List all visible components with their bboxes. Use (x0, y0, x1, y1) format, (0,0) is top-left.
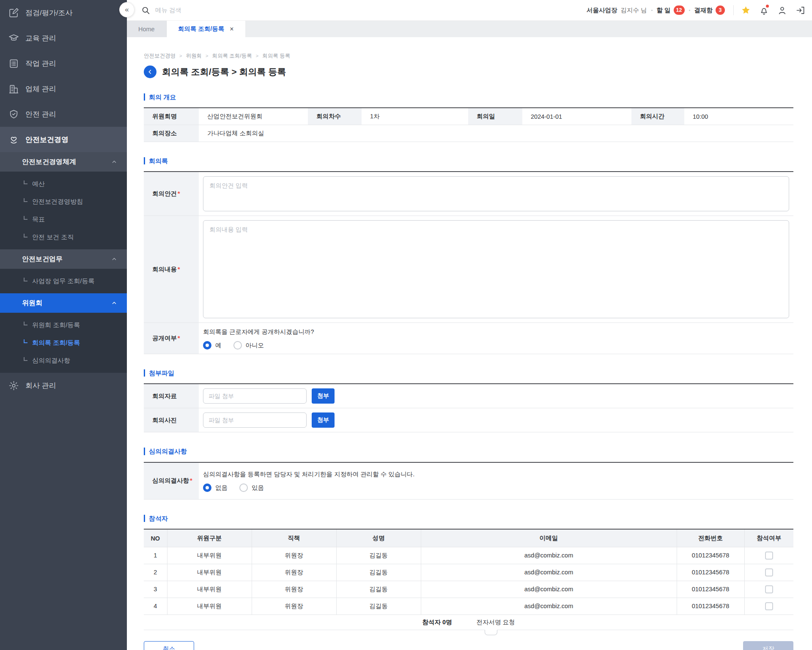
education-cap-icon (8, 33, 19, 44)
sidebar-group-management-system[interactable]: 안전보건경영체계 (0, 152, 127, 172)
sidebar-subitem-goal[interactable]: 목표 (0, 210, 127, 228)
company-building-icon (8, 84, 19, 94)
meeting-round-value: 1차 (362, 108, 468, 125)
radio-selected-icon[interactable] (203, 341, 211, 350)
field-label: 회의사진 (144, 408, 199, 432)
meeting-content-textarea[interactable] (203, 220, 789, 318)
health-management-heart-icon (8, 134, 19, 145)
separator-dot (689, 10, 690, 11)
meeting-agenda-textarea[interactable] (203, 176, 789, 211)
sidebar-subitem-resolution[interactable]: 심의의결사항 (0, 352, 127, 369)
breadcrumb-item[interactable]: 위원회 (176, 52, 202, 60)
sidebar-subitem-budget[interactable]: 예산 (0, 175, 127, 193)
sidebar-subitem-committee-list[interactable]: 위원회 조회/등록 (0, 316, 127, 334)
table-expand-handle[interactable] (485, 630, 497, 635)
sidebar-item-company-settings[interactable]: 회사 관리 (0, 373, 127, 398)
section-title-resolution: 심의의결사항 (144, 448, 793, 455)
sidebar-item-label: 업체 관리 (25, 84, 56, 94)
resolution-description: 심의의결사항을 등록하면 담당자 및 처리기한을 지정하여 관리할 수 있습니다… (203, 470, 789, 478)
minutes-form-table: 회의안건* 회의내용* 공개여부* 회의록을 근로자에게 공개하시겠습니까? 예… (144, 171, 793, 354)
radio-selected-icon[interactable] (203, 483, 211, 492)
vertical-divider (733, 5, 734, 15)
column-header: 전화번호 (677, 529, 744, 547)
user-profile-icon[interactable] (777, 5, 787, 15)
sidebar-group-health-work[interactable]: 안전보건업무 (0, 249, 127, 269)
attendee-row: 2 내부위원 위원장 김길동 asd@combiz.com 0101234567… (144, 564, 793, 581)
sidebar-item-company[interactable]: 업체 관리 (0, 76, 127, 101)
field-label: 회의일 (468, 108, 522, 125)
tab-minutes-list[interactable]: 회의록 조회/등록 × (167, 21, 245, 37)
field-label: 위원회명 (144, 108, 199, 125)
field-label: 회의자료 (144, 384, 199, 408)
favorite-star-icon[interactable] (741, 5, 751, 15)
approval-link[interactable]: 결재함 3 (694, 5, 725, 15)
app-window: 점검/평가/조사 교육 관리 작업 관리 업체 관리 안전 관리 안전보건경영 … (0, 0, 812, 650)
chevron-left-icon (147, 68, 154, 75)
attachments-table: 회의자료 첨부 회의사진 첨부 (144, 383, 793, 432)
field-label: 회의시간 (631, 108, 684, 125)
sidebar-subitem-minutes-list[interactable]: 회의록 조회/등록 (0, 334, 127, 352)
meeting-material-file-input[interactable] (203, 388, 307, 404)
meeting-date-value: 2024-01-01 (522, 108, 631, 125)
sidebar-subitem-workplace-work[interactable]: 사업장 업무 조회/등록 (0, 272, 127, 290)
menu-search-input[interactable] (155, 7, 257, 14)
attendance-checkbox[interactable] (765, 568, 773, 576)
attendance-checkbox[interactable] (765, 585, 773, 593)
request-esignature-button[interactable]: 전자서명 요청 (477, 618, 515, 626)
breadcrumb-item[interactable]: 안전보건경영 (144, 52, 176, 60)
resolution-option-none[interactable]: 없음 (203, 483, 228, 492)
page-content: 안전보건경영 위원회 회의록 조회/등록 회의록 등록 회의록 조회/등록 > … (127, 37, 812, 650)
tree-branch-icon (24, 322, 27, 325)
chevron-up-icon (111, 256, 118, 262)
visibility-option-yes[interactable]: 예 (203, 341, 222, 350)
attendees-footer-row: 참석자 0명 전자서명 요청 (144, 614, 793, 630)
chevron-up-icon (111, 158, 118, 165)
tab-home[interactable]: Home (127, 21, 167, 37)
field-label: 회의장소 (144, 125, 199, 142)
sidebar-group-committee[interactable]: 위원회 (0, 293, 127, 313)
section-title-attachments: 첨부파일 (144, 369, 793, 377)
attendance-checkbox[interactable] (765, 552, 773, 560)
sidebar-item-inspection[interactable]: 점검/평가/조사 (0, 0, 127, 25)
sidebar-item-health-management[interactable]: 안전보건경영 (0, 127, 127, 152)
sidebar-item-education[interactable]: 교육 관리 (0, 25, 127, 51)
sidebar-group-label: 위원회 (22, 299, 42, 308)
sidebar-submenu: 위원회 조회/등록 회의록 조회/등록 심의의결사항 (0, 313, 127, 373)
resolution-table: 심의의결사항* 심의의결사항을 등록하면 담당자 및 처리기한을 지정하여 관리… (144, 462, 793, 500)
attendance-checkbox[interactable] (765, 602, 773, 610)
required-mark: * (178, 266, 180, 273)
attach-photo-button[interactable]: 첨부 (312, 412, 335, 428)
title-row: 회의록 조회/등록 > 회의록 등록 (144, 66, 793, 78)
topbar: 서울사업장 김지수 님 할 일 12 결재함 3 (127, 0, 812, 21)
sidebar-item-safety[interactable]: 안전 관리 (0, 101, 127, 127)
sidebar-subitem-policy[interactable]: 안전보건경영방침 (0, 193, 127, 210)
radio-unselected-icon[interactable] (239, 483, 248, 492)
sidebar-group-label: 안전보건업무 (22, 255, 63, 264)
meeting-photo-file-input[interactable] (203, 412, 307, 428)
breadcrumb-item[interactable]: 회의록 조회/등록 (202, 52, 252, 60)
field-label: 회의차수 (308, 108, 362, 125)
topbar-right: 서울사업장 김지수 님 할 일 12 결재함 3 (587, 5, 812, 15)
sidebar-collapse-button[interactable]: « (119, 2, 134, 17)
sidebar-submenu: 사업장 업무 조회/등록 (0, 269, 127, 293)
field-label: 회의내용* (144, 216, 199, 323)
resolution-option-exists[interactable]: 있음 (239, 483, 264, 492)
attach-material-button[interactable]: 첨부 (312, 388, 335, 404)
back-button[interactable] (144, 66, 156, 78)
radio-unselected-icon[interactable] (233, 341, 242, 350)
sidebar-subitem-organization[interactable]: 안전 보건 조직 (0, 228, 127, 246)
todo-link[interactable]: 할 일 12 (657, 5, 685, 15)
column-header: 참석여부 (744, 529, 793, 547)
column-header: 성명 (336, 529, 421, 547)
user-name: 김지수 님 (621, 6, 647, 14)
breadcrumb-item[interactable]: 회의록 등록 (252, 52, 290, 60)
visibility-option-no[interactable]: 아니오 (233, 341, 264, 350)
notification-bell-icon[interactable] (759, 5, 769, 15)
sidebar-item-label: 안전 관리 (25, 109, 56, 119)
save-button[interactable]: 저장 (743, 641, 793, 650)
logout-icon[interactable] (795, 5, 805, 15)
sidebar-item-tasks[interactable]: 작업 관리 (0, 51, 127, 76)
main-area: « 서울사업장 김지수 님 할 일 12 결재함 3 (127, 0, 812, 650)
tab-close-icon[interactable]: × (230, 25, 233, 33)
cancel-button[interactable]: 취소 (144, 641, 194, 650)
